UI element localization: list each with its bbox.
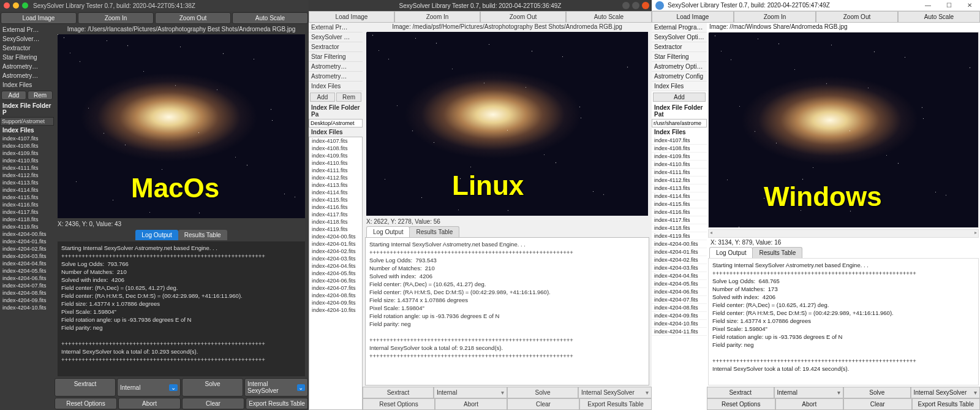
index-file-item[interactable]: index-4204-08.fits	[309, 292, 362, 299]
index-file-item[interactable]: index-4204-09.fits	[652, 312, 707, 320]
sidebar-option[interactable]: Index Files	[309, 82, 363, 91]
index-file-item[interactable]: index-4204-05.fits	[309, 270, 362, 277]
log-output[interactable]: Starting Internal SexySolver Astrometry.…	[58, 241, 305, 376]
image-view[interactable]: Windows	[708, 32, 979, 228]
index-file-item[interactable]: index-4117.fits	[652, 216, 707, 224]
auto-scale-button[interactable]: Auto Scale	[566, 11, 652, 23]
index-file-item[interactable]: index-4118.fits	[652, 224, 707, 232]
index-file-item[interactable]: index-4111.fits	[0, 164, 54, 172]
sidebar-option[interactable]: External Program …	[652, 23, 707, 32]
index-file-item[interactable]: index-4108.fits	[0, 142, 54, 150]
reset-options-button[interactable]: Reset Options	[707, 398, 775, 410]
tab-log-output[interactable]: Log Output	[709, 247, 753, 258]
sidebar-option[interactable]: Astrometry Options	[652, 62, 707, 72]
sidebar-option[interactable]: SexySolver…	[0, 34, 54, 44]
index-file-item[interactable]: index-4204-04.fits	[309, 262, 362, 270]
sidebar-option[interactable]: SexySolver …	[309, 32, 363, 42]
sidebar-option[interactable]: Star Filtering	[309, 52, 363, 62]
clear-button[interactable]: Clear	[507, 398, 579, 410]
index-file-item[interactable]: index-4204-07.fits	[0, 282, 54, 289]
index-file-item[interactable]: index-4204-02.fits	[652, 256, 707, 264]
export-results-button[interactable]: Export Results Table	[579, 398, 652, 410]
index-file-item[interactable]: index-4109.fits	[0, 150, 54, 157]
index-file-item[interactable]: index-4110.fits	[309, 159, 362, 167]
index-file-item[interactable]: index-4115.fits	[0, 194, 54, 201]
index-file-item[interactable]: index-4114.fits	[0, 186, 54, 194]
maximize-icon[interactable]	[632, 2, 639, 9]
index-file-item[interactable]: index-4108.fits	[309, 145, 362, 152]
load-image-button[interactable]: Load Image	[652, 11, 734, 23]
auto-scale-button[interactable]: Auto Scale	[898, 11, 980, 23]
zoom-in-button[interactable]: Zoom In	[394, 11, 480, 23]
index-file-item[interactable]: index-4116.fits	[652, 208, 707, 216]
sextract-button[interactable]: Sextract	[55, 378, 116, 397]
index-file-list[interactable]: index-4107.fitsindex-4108.fitsindex-4109…	[309, 137, 363, 410]
index-file-item[interactable]: index-4204-09.fits	[0, 297, 54, 304]
abort-button[interactable]: Abort	[435, 398, 507, 410]
index-file-item[interactable]: index-4204-04.fits	[652, 272, 707, 280]
index-file-item[interactable]: index-4113.fits	[652, 184, 707, 192]
index-file-item[interactable]: index-4204-04.fits	[0, 260, 54, 267]
image-view[interactable]: MacOs	[58, 34, 305, 218]
sidebar-option[interactable]: Astrometry…	[309, 62, 363, 72]
load-image-button[interactable]: Load Image	[1, 12, 77, 24]
solve-button[interactable]: Solve	[507, 387, 578, 398]
index-file-item[interactable]: index-4116.fits	[0, 201, 54, 208]
index-file-item[interactable]: index-4115.fits	[652, 200, 707, 208]
horizontal-scrollbar[interactable]	[708, 229, 979, 238]
sidebar-option[interactable]: Star Filtering	[652, 52, 707, 62]
tab-results-table[interactable]: Results Table	[409, 226, 459, 237]
index-file-item[interactable]: index-4112.fits	[309, 174, 362, 181]
solve-button[interactable]: Solve	[843, 387, 911, 398]
index-file-item[interactable]: index-4204-06.fits	[652, 288, 707, 296]
sidebar-option[interactable]: Sextractor	[309, 42, 363, 52]
log-output[interactable]: Starting Internal SexySolver Astrometry.…	[365, 237, 649, 385]
index-file-item[interactable]: index-4204-03.fits	[652, 264, 707, 272]
tab-results-table[interactable]: Results Table	[752, 247, 802, 258]
minimize-icon[interactable]: —	[918, 0, 938, 11]
sidebar-option[interactable]: Index Files	[652, 82, 707, 91]
index-file-item[interactable]: index-4115.fits	[309, 196, 362, 203]
index-file-item[interactable]: index-4117.fits	[309, 211, 362, 218]
solver-select[interactable]: Internal SexySolver	[244, 378, 308, 397]
solver-select[interactable]: Internal SexySolver	[911, 387, 981, 398]
sidebar-option[interactable]: Astrometry Config	[652, 72, 707, 82]
tab-log-output[interactable]: Log Output	[135, 230, 178, 240]
solver-select[interactable]: Internal SexySolver	[578, 387, 652, 398]
index-file-item[interactable]: index-4114.fits	[652, 192, 707, 200]
index-file-item[interactable]: index-4110.fits	[0, 157, 54, 164]
sidebar-option[interactable]: Sextractor	[0, 44, 54, 53]
sidebar-option[interactable]: Star Filtering	[0, 53, 54, 62]
index-file-item[interactable]: index-4112.fits	[0, 172, 54, 179]
index-file-item[interactable]: index-4204-05.fits	[652, 280, 707, 288]
index-file-item[interactable]: index-4204-00.fits	[652, 240, 707, 248]
reset-options-button[interactable]: Reset Options	[55, 398, 117, 409]
zoom-in-button[interactable]: Zoom In	[734, 11, 816, 23]
close-icon[interactable]	[642, 2, 649, 9]
index-file-item[interactable]: index-4119.fits	[0, 223, 54, 230]
sextract-button[interactable]: Sextract	[707, 387, 774, 398]
sextract-button[interactable]: Sextract	[363, 387, 434, 398]
remove-button[interactable]: Rem	[336, 93, 361, 102]
index-file-item[interactable]: index-4204-03.fits	[0, 252, 54, 260]
abort-button[interactable]: Abort	[775, 398, 844, 410]
tab-results-table[interactable]: Results Table	[178, 230, 227, 240]
index-file-item[interactable]: index-4109.fits	[652, 153, 707, 161]
index-file-item[interactable]: index-4204-10.fits	[309, 306, 362, 314]
sidebar-option[interactable]: Astrometry…	[0, 71, 54, 80]
auto-scale-button[interactable]: Auto Scale	[232, 12, 308, 24]
index-file-item[interactable]: index-4204-08.fits	[652, 304, 707, 312]
index-file-item[interactable]: index-4204-10.fits	[652, 320, 707, 328]
sidebar-option[interactable]: Astrometry…	[309, 72, 363, 82]
tab-log-output[interactable]: Log Output	[366, 226, 410, 237]
reset-options-button[interactable]: Reset Options	[363, 398, 435, 410]
clear-button[interactable]: Clear	[843, 398, 912, 410]
zoom-out-button[interactable]: Zoom Out	[155, 12, 231, 24]
remove-button[interactable]: Rem	[28, 91, 53, 100]
index-file-item[interactable]: index-4108.fits	[652, 145, 707, 153]
clear-button[interactable]: Clear	[182, 398, 244, 409]
log-output[interactable]: Starting Internal SexySolver Astrometry.…	[708, 258, 979, 385]
index-file-item[interactable]: index-4204-02.fits	[309, 248, 362, 255]
minimize-icon[interactable]	[622, 2, 630, 9]
index-file-item[interactable]: index-4204-02.fits	[0, 245, 54, 252]
